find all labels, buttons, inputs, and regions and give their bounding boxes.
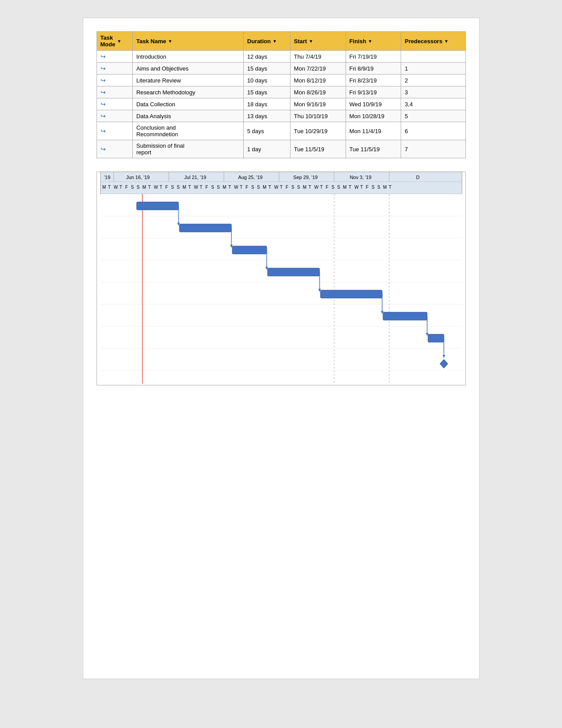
- svg-text:W: W: [274, 185, 279, 190]
- svg-rect-84: [179, 224, 231, 232]
- task-mode-cell: ↪: [97, 86, 133, 98]
- task-start-cell: Thu 7/4/19: [290, 51, 346, 63]
- task-name-cell: Introduction: [133, 51, 244, 63]
- svg-text:S: S: [217, 185, 220, 190]
- svg-text:M: M: [383, 185, 387, 190]
- task-duration-cell: 18 days: [243, 98, 290, 110]
- svg-rect-81: [137, 202, 179, 210]
- table-row: ↪Conclusion andRecommndetion5 daysTue 10…: [97, 122, 465, 140]
- svg-rect-69: [100, 194, 462, 384]
- task-finish-cell: Fri 7/19/19: [346, 51, 401, 63]
- task-name-cell: Conclusion andRecommndetion: [133, 122, 244, 140]
- svg-text:S: S: [177, 185, 180, 190]
- task-duration-cell: 15 days: [243, 86, 290, 98]
- svg-rect-96: [383, 312, 427, 320]
- svg-text:T: T: [188, 185, 191, 190]
- svg-rect-87: [232, 246, 267, 254]
- svg-text:T: T: [320, 185, 323, 190]
- svg-text:D: D: [416, 175, 420, 180]
- svg-text:S: S: [257, 185, 260, 190]
- task-duration-cell: 13 days: [243, 110, 290, 122]
- svg-text:W: W: [154, 185, 158, 190]
- svg-text:T: T: [389, 185, 391, 190]
- page-container: TaskMode ▼ Task Name ▼ Duration ▼ Start …: [83, 18, 480, 679]
- col-header-task-name: Task Name ▼: [133, 32, 244, 51]
- task-finish-cell: Tue 11/5/19: [346, 140, 401, 158]
- svg-text:T: T: [148, 185, 151, 190]
- table-row: ↪Data Analysis13 daysThu 10/10/19Mon 10/…: [97, 110, 465, 122]
- task-mode-icon: ↪: [100, 101, 106, 108]
- task-predecessors-cell: 7: [401, 140, 465, 158]
- svg-text:Jul 21, '19: Jul 21, '19: [184, 175, 206, 180]
- svg-text:T: T: [280, 185, 283, 190]
- svg-text:W: W: [114, 185, 118, 190]
- svg-text:M: M: [303, 185, 306, 190]
- task-duration-cell: 12 days: [243, 51, 290, 63]
- svg-text:S: S: [291, 185, 294, 190]
- task-mode-icon: ↪: [100, 112, 106, 119]
- svg-text:W: W: [314, 185, 319, 190]
- svg-text:S: S: [297, 185, 300, 190]
- table-row: ↪Literature Review10 daysMon 8/12/19Fri …: [97, 75, 465, 86]
- task-mode-cell: ↪: [97, 98, 133, 110]
- task-predecessors-cell: 3: [401, 86, 465, 98]
- task-start-cell: Mon 9/16/19: [290, 98, 346, 110]
- svg-text:T: T: [240, 185, 242, 190]
- svg-text:T: T: [228, 185, 231, 190]
- svg-rect-0: [100, 172, 462, 194]
- svg-rect-93: [320, 290, 382, 298]
- task-name-cell: Research Methodology: [133, 86, 244, 98]
- svg-text:F: F: [286, 185, 288, 190]
- task-name-cell: Aims and Objectives: [133, 63, 244, 75]
- svg-text:S: S: [372, 185, 375, 190]
- task-start-cell: Mon 8/12/19: [290, 75, 346, 86]
- task-start-cell: Mon 8/26/19: [290, 86, 346, 98]
- table-row: ↪Introduction12 daysThu 7/4/19Fri 7/19/1…: [97, 51, 465, 63]
- task-start-cell: Thu 10/10/19: [290, 110, 346, 122]
- task-duration-cell: 15 days: [243, 63, 290, 75]
- table-row: ↪Aims and Objectives15 daysMon 7/22/19Fr…: [97, 63, 465, 75]
- svg-text:W: W: [194, 185, 198, 190]
- task-duration-cell: 1 day: [243, 140, 290, 158]
- svg-text:S: S: [137, 185, 140, 190]
- svg-text:Jun 16, '19: Jun 16, '19: [126, 175, 149, 180]
- task-name-cell: Submission of finalreport: [133, 140, 244, 158]
- task-predecessors-cell: 2: [401, 75, 465, 86]
- task-finish-cell: Mon 10/28/19: [346, 110, 401, 122]
- col-header-task-mode: TaskMode ▼: [97, 32, 133, 51]
- task-finish-cell: Fri 8/9/19: [346, 63, 401, 75]
- task-mode-cell: ↪: [97, 140, 133, 158]
- svg-text:M: M: [343, 185, 346, 190]
- task-mode-cell: ↪: [97, 63, 133, 75]
- svg-text:S: S: [337, 185, 340, 190]
- task-name-cell: Data Collection: [133, 98, 244, 110]
- svg-text:T: T: [160, 185, 162, 190]
- task-predecessors-cell: 5: [401, 110, 465, 122]
- svg-text:T: T: [119, 185, 122, 190]
- task-finish-cell: Fri 9/13/19: [346, 86, 401, 98]
- task-mode-icon: ↪: [100, 89, 106, 96]
- svg-text:T: T: [200, 185, 202, 190]
- svg-text:S: S: [171, 185, 174, 190]
- svg-text:F: F: [205, 185, 208, 190]
- svg-text:W: W: [354, 185, 359, 190]
- task-predecessors-cell: 6: [401, 122, 465, 140]
- svg-text:Sep 29, '19: Sep 29, '19: [293, 175, 317, 180]
- table-row: ↪Submission of finalreport1 dayTue 11/5/…: [97, 140, 465, 158]
- svg-rect-99: [428, 334, 444, 342]
- svg-text:T: T: [108, 185, 111, 190]
- svg-text:M: M: [102, 185, 106, 190]
- task-finish-cell: Mon 11/4/19: [346, 122, 401, 140]
- task-mode-icon: ↪: [100, 53, 106, 60]
- table-row: ↪Data Collection18 daysMon 9/16/19Wed 10…: [97, 98, 465, 110]
- svg-text:'19: '19: [104, 175, 110, 180]
- svg-text:T: T: [309, 185, 311, 190]
- task-table: TaskMode ▼ Task Name ▼ Duration ▼ Start …: [97, 31, 466, 158]
- task-duration-cell: 10 days: [243, 75, 290, 86]
- svg-text:T: T: [349, 185, 351, 190]
- task-name-cell: Literature Review: [133, 75, 244, 86]
- task-mode-cell: ↪: [97, 75, 133, 86]
- svg-text:W: W: [234, 185, 238, 190]
- gantt-chart: '19 Jun 16, '19 Jul 21, '19 Aug 25, '19 …: [97, 172, 466, 385]
- task-predecessors-cell: 3,4: [401, 98, 465, 110]
